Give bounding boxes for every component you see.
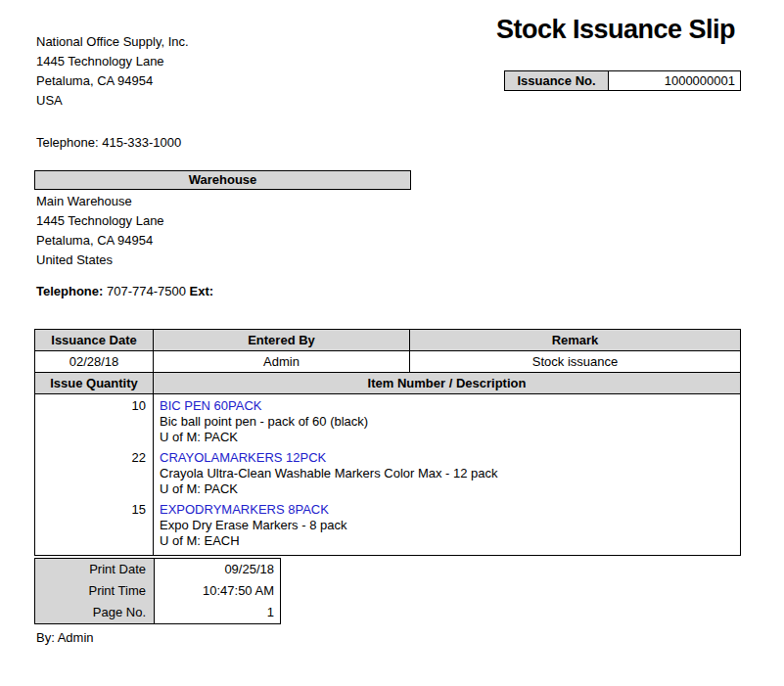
- company-address-line: Petaluma, CA 94954: [36, 71, 189, 91]
- warehouse-address-line: Petaluma, CA 94954: [36, 231, 164, 251]
- issuance-no-box: Issuance No. 1000000001: [504, 70, 741, 91]
- item-uom: U of M: PACK: [160, 430, 734, 445]
- item-number-link[interactable]: CRAYOLAMARKERS 12PCK: [160, 450, 734, 466]
- warehouse-address-block: Main Warehouse 1445 Technology Lane Peta…: [36, 192, 164, 270]
- warehouse-telephone-value: 707-774-7500: [107, 284, 186, 298]
- issuance-date-header: Issuance Date: [35, 330, 154, 350]
- item-number-link[interactable]: EXPODRYMARKERS 8PACK: [160, 502, 734, 518]
- item-description: Bic ball point pen - pack of 60 (black): [160, 414, 734, 430]
- company-telephone-label: Telephone:: [36, 135, 99, 150]
- page-no-value: 1: [155, 602, 280, 623]
- print-time-value: 10:47:50 AM: [155, 580, 280, 602]
- item-number-link[interactable]: BIC PEN 60PACK: [160, 398, 734, 414]
- company-telephone: Telephone: 415-333-1000: [36, 133, 181, 153]
- company-telephone-value: 415-333-1000: [102, 135, 181, 150]
- issuance-no-label: Issuance No.: [505, 71, 609, 90]
- warehouse-address-line: 1445 Technology Lane: [36, 211, 164, 231]
- info-data-row: 02/28/18 Admin Stock issuance: [35, 351, 740, 373]
- entered-by-header: Entered By: [154, 330, 410, 350]
- description-column: BIC PEN 60PACK Bic ball point pen - pack…: [154, 394, 740, 555]
- item-uom: U of M: PACK: [160, 481, 734, 497]
- remark-header: Remark: [410, 330, 740, 350]
- item-quantity: 22: [35, 450, 153, 502]
- entered-by-value: Admin: [154, 351, 410, 372]
- issuance-no-value: 1000000001: [609, 71, 740, 90]
- page-no-label: Page No.: [35, 602, 154, 623]
- print-time-label: Print Time: [35, 580, 154, 602]
- printed-by: By: Admin: [36, 630, 94, 646]
- company-country: USA: [36, 91, 189, 111]
- remark-value: Stock issuance: [410, 351, 740, 372]
- item-description: Crayola Ultra-Clean Washable Markers Col…: [160, 466, 734, 481]
- print-date-label: Print Date: [35, 559, 154, 580]
- item-row: BIC PEN 60PACK Bic ball point pen - pack…: [160, 398, 734, 445]
- print-info-values: 09/25/18 10:47:50 AM 1: [155, 559, 280, 623]
- print-date-value: 09/25/18: [155, 559, 280, 580]
- company-name: National Office Supply, Inc.: [36, 32, 189, 52]
- print-info-box: Print Date Print Time Page No. 09/25/18 …: [34, 558, 281, 624]
- warehouse-name: Main Warehouse: [36, 192, 164, 211]
- page-title: Stock Issuance Slip: [496, 14, 735, 45]
- company-address-block: National Office Supply, Inc. 1445 Techno…: [36, 32, 189, 111]
- print-info-labels: Print Date Print Time Page No.: [35, 559, 155, 623]
- item-quantity: 15: [35, 502, 153, 554]
- items-body: 10 22 15 BIC PEN 60PACK Bic ball point p…: [35, 394, 740, 555]
- company-address-line: 1445 Technology Lane: [36, 52, 189, 71]
- item-number-description-header: Item Number / Description: [154, 373, 740, 393]
- issuance-date-value: 02/28/18: [35, 351, 154, 372]
- warehouse-country: United States: [36, 251, 164, 270]
- issue-quantity-header: Issue Quantity: [35, 373, 154, 393]
- warehouse-telephone: Telephone: 707-774-7500 Ext:: [36, 282, 213, 301]
- item-uom: U of M: EACH: [160, 533, 734, 549]
- warehouse-telephone-label: Telephone:: [36, 284, 103, 298]
- item-row: CRAYOLAMARKERS 12PCK Crayola Ultra-Clean…: [160, 450, 734, 497]
- issuance-table: Issuance Date Entered By Remark 02/28/18…: [34, 329, 741, 556]
- items-header-row: Issue Quantity Item Number / Description: [35, 373, 740, 394]
- item-row: EXPODRYMARKERS 8PACK Expo Dry Erase Mark…: [160, 502, 734, 549]
- item-quantity: 10: [35, 398, 153, 450]
- stock-issuance-slip-page: National Office Supply, Inc. 1445 Techno…: [0, 0, 784, 686]
- info-header-row: Issuance Date Entered By Remark: [35, 330, 740, 351]
- quantity-column: 10 22 15: [35, 394, 154, 555]
- warehouse-ext-label: Ext:: [190, 284, 214, 298]
- item-description: Expo Dry Erase Markers - 8 pack: [160, 518, 734, 533]
- warehouse-header-bar: Warehouse: [34, 170, 411, 190]
